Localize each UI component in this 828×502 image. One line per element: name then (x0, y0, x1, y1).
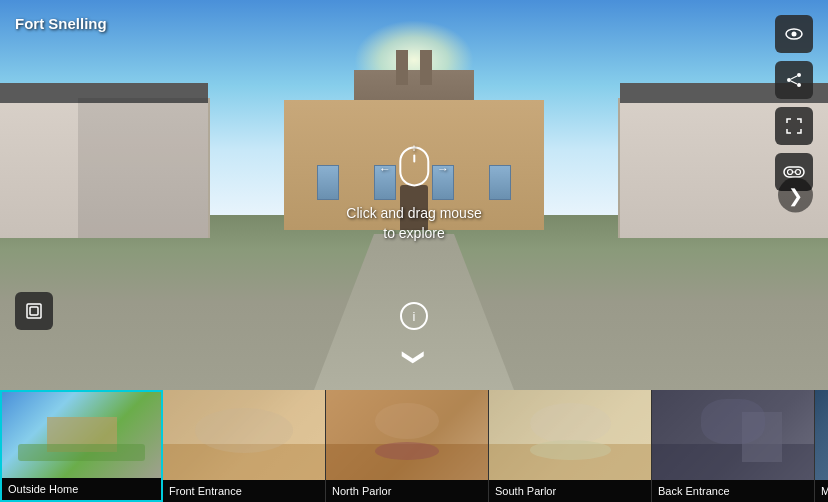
thumb-more-bg (815, 390, 828, 480)
svg-point-8 (788, 170, 793, 175)
visibility-button[interactable] (775, 15, 813, 53)
thumb-outside-label: Outside Home (2, 478, 161, 500)
center-overlay: ← ↕ → Click and drag mouse to explore (346, 146, 481, 243)
thumb-outside-bg (2, 392, 161, 478)
svg-point-4 (797, 83, 801, 87)
arrow-right-nav-icon: ❯ (788, 184, 803, 206)
thumb-south-label: South Parlor (489, 480, 651, 502)
thumbnail-outside-home[interactable]: Outside Home (0, 390, 163, 502)
expand-button[interactable] (15, 292, 53, 330)
arrow-right-icon: → (437, 162, 449, 176)
window-1 (317, 165, 339, 200)
svg-point-2 (797, 73, 801, 77)
chevron-down-button[interactable]: ❯ (401, 348, 427, 366)
left-building-porch (78, 98, 208, 238)
window-4 (489, 165, 511, 200)
thumb-back-bg (652, 390, 814, 480)
thumb-front-bg (163, 390, 325, 480)
svg-point-1 (792, 32, 797, 37)
arrow-left-icon: ← (379, 162, 391, 176)
thumb-back-label: Back Entrance (652, 480, 814, 502)
svg-line-5 (791, 76, 797, 79)
thumb-north-label: North Parlor (326, 480, 488, 502)
svg-line-6 (791, 81, 797, 84)
right-panel (775, 15, 813, 191)
share-button[interactable] (775, 61, 813, 99)
next-scene-button[interactable]: ❯ (778, 178, 813, 213)
fullscreen-button[interactable] (775, 107, 813, 145)
panorama-view[interactable]: Fort Snelling (0, 0, 828, 390)
svg-rect-12 (30, 307, 38, 315)
svg-point-9 (796, 170, 801, 175)
cursor-area: ← ↕ → (379, 146, 449, 191)
svg-rect-11 (27, 304, 41, 318)
svg-point-3 (787, 78, 791, 82)
thumb-north-bg (326, 390, 488, 480)
thumb-back-floor (652, 444, 814, 480)
chimney-right (420, 50, 432, 85)
thumb-more-label: M (815, 480, 828, 502)
chimney-left (396, 50, 408, 85)
left-building (0, 98, 210, 238)
info-button[interactable]: i (400, 302, 428, 330)
drag-instruction: Click and drag mouse to explore (346, 204, 481, 243)
thumbnail-south-parlor[interactable]: South Parlor (489, 390, 652, 502)
thumb-south-bg (489, 390, 651, 480)
thumbnail-back-entrance[interactable]: Back Entrance (652, 390, 815, 502)
thumbnail-north-parlor[interactable]: North Parlor (326, 390, 489, 502)
thumbnail-front-entrance[interactable]: Front Entrance (163, 390, 326, 502)
thumbnail-strip: Outside Home Front Entrance North Parlor (0, 390, 828, 502)
location-title: Fort Snelling (15, 15, 107, 32)
thumb-front-label: Front Entrance (163, 480, 325, 502)
thumbnail-more[interactable]: M (815, 390, 828, 502)
